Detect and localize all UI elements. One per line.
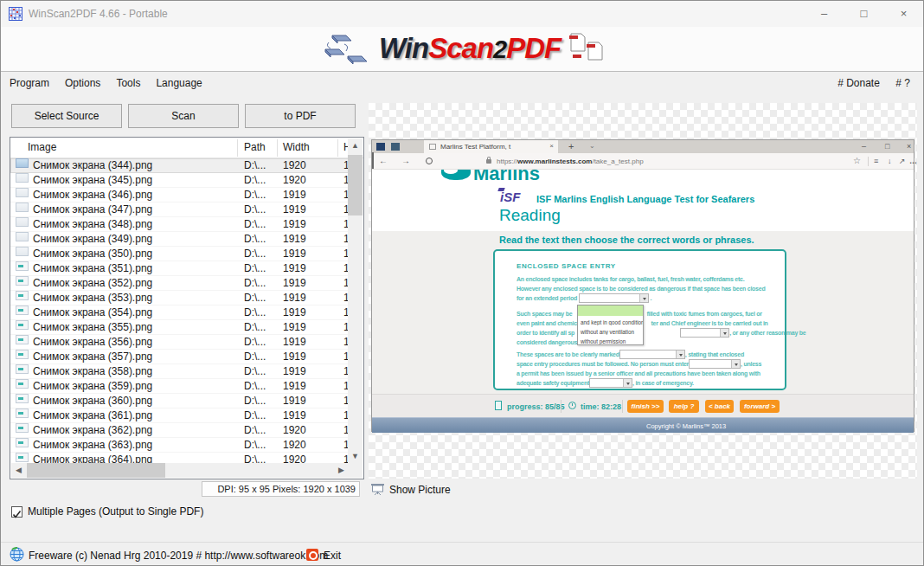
vertical-scrollbar[interactable]: ▲ ▼ [348,138,363,464]
image-name: Снимок экрана (362).png [33,423,152,437]
image-width: 1920 [283,158,306,172]
browser-left-icon [376,143,385,151]
progress-text: progress: 85/85 [507,402,565,411]
column-header-path[interactable]: Path [244,141,266,153]
column-divider[interactable] [237,139,238,157]
passage-line: for an extended period . [517,293,651,303]
table-row[interactable]: Снимок экрана (346).pngD:\...19191 [10,188,349,203]
exit-icon[interactable] [306,549,318,561]
image-path: D:\... [244,188,266,202]
table-row[interactable]: Снимок экрана (359).pngD:\...19191 [10,379,349,394]
clock-icon [568,402,576,409]
dropdown-option: and kept in good condition [578,316,643,325]
freeware-link[interactable]: Freeware (c) Nenad Hrg 2010-2019 # http:… [29,550,328,562]
scan-button[interactable]: Scan [128,104,239,128]
table-row[interactable]: Снимок экрана (360).pngD:\...19191 [10,394,349,408]
answer-dropdown [619,350,685,359]
table-row[interactable]: Снимок экрана (344).pngD:\...19201 [10,158,349,173]
image-thumbnail-icon [16,335,29,344]
more-icon: … [909,157,917,165]
logo-banner: WinScan2PDF [1,27,923,72]
close-button[interactable]: × [884,1,923,27]
image-thumbnail-icon [16,261,29,271]
multiple-pages-checkbox[interactable] [11,506,22,518]
table-row[interactable]: Снимок экрана (345).pngD:\...19201 [10,173,349,188]
back-icon: ← [379,156,388,165]
url-text: https://www.marlinstests.com/take_a_test… [497,158,644,165]
pdf-document-icons [568,32,606,67]
address-bar-divider [868,157,869,166]
image-path: D:\... [244,217,266,231]
column-divider[interactable] [277,139,278,157]
image-width: 1919 [283,203,306,216]
image-width: 1919 [283,394,306,408]
browser-close-icon: × [907,142,911,151]
image-width: 1919 [283,247,306,260]
table-row[interactable]: Снимок экрана (352).pngD:\...19191 [10,276,349,291]
browser-address-bar: ← → https://www.marlinstests.com/take_a_… [372,153,914,170]
window-title: WinScan2PDF 4.66 - Portable [29,8,168,20]
image-name: Снимок экрана (346).png [33,188,152,202]
to-pdf-button[interactable]: to PDF [245,104,356,128]
menu-item-tools[interactable]: Tools [108,73,148,96]
scroll-left-icon[interactable]: ◀ [11,463,26,478]
vertical-scroll-thumb[interactable] [348,155,363,215]
minimize-button[interactable]: – [805,1,844,27]
maximize-button[interactable]: □ [844,1,883,27]
menu-item-program[interactable]: Program [2,73,57,96]
image-thumbnail-icon [16,291,29,300]
scroll-down-icon[interactable]: ▼ [348,449,363,464]
multiple-pages-label[interactable]: Multiple Pages (Output to Single PDF) [28,505,203,518]
checkmark-icon [12,510,22,519]
horizontal-scroll-thumb[interactable] [27,463,165,478]
table-row[interactable]: Снимок экрана (350).pngD:\...19191 [10,247,349,261]
exit-button[interactable]: Exit [324,550,341,562]
image-thumbnail-icon [16,408,29,418]
column-divider[interactable] [337,139,338,157]
table-row[interactable]: Снимок экрана (353).pngD:\...19191 [10,291,349,306]
favorites-star-icon: ☆ [853,156,861,165]
menu-item-donate[interactable]: # Donate [831,73,886,96]
table-row[interactable]: Снимок экрана (354).pngD:\...19191 [10,306,349,320]
image-name: Снимок экрана (361).png [33,408,152,422]
show-picture-label[interactable]: Show Picture [389,484,451,496]
scroll-right-icon[interactable]: ▶ [334,463,349,478]
table-row[interactable]: Снимок экрана (347).pngD:\...19191 [10,203,349,217]
test-heading: ISF Marlins English Language Test for Se… [536,194,754,204]
table-row[interactable]: Снимок экрана (348).pngD:\...19191 [10,217,349,232]
copyright-text: Copyright © Marlins™ 2013 [646,422,726,430]
image-thumbnail-icon [16,173,29,183]
image-width: 1919 [283,217,306,231]
table-row[interactable]: Снимок экрана (355).pngD:\...19191 [10,320,349,335]
image-width: 1919 [283,408,306,422]
column-header-width[interactable]: Width [283,141,310,153]
scroll-up-icon[interactable]: ▲ [348,138,363,153]
table-row[interactable]: Снимок экрана (357).pngD:\...19191 [10,350,349,364]
passage-line: considered dangerous. [517,338,579,347]
answer-dropdown [689,359,741,369]
table-row[interactable]: Снимок экрана (356).pngD:\...19191 [10,335,349,350]
footer-divider [561,400,561,413]
table-row[interactable]: Снимок экрана (349).pngD:\...19191 [10,232,349,247]
menu-item-help[interactable]: # ? [889,73,916,96]
image-width: 1919 [283,276,306,290]
app-icon[interactable] [9,7,22,21]
select-source-button[interactable]: Select Source [11,104,122,128]
table-row[interactable]: Снимок экрана (361).pngD:\...19191 [10,408,349,423]
table-row[interactable]: Снимок экрана (362).pngD:\...19201 [10,423,349,438]
footer-divider [622,400,623,413]
image-path: D:\... [244,364,266,378]
hub-icon: ≡ [874,157,878,165]
image-name: Снимок экрана (357).png [33,350,152,363]
column-header-image[interactable]: Image [28,141,56,153]
menu-item-language[interactable]: Language [148,73,209,96]
table-row[interactable]: Снимок экрана (358).pngD:\...19191 [10,364,349,379]
forward-icon: → [401,156,410,165]
table-row[interactable]: Снимок экрана (363).pngD:\...19201 [10,438,349,453]
image-name: Снимок экрана (356).png [33,335,152,349]
image-path: D:\... [244,158,266,172]
horizontal-scrollbar[interactable]: ◀ ▶ [11,463,349,478]
table-row[interactable]: Снимок экрана (351).pngD:\...19191 [10,261,349,276]
marlins-wordmark: Marlins [473,170,540,185]
menu-item-options[interactable]: Options [57,73,108,96]
